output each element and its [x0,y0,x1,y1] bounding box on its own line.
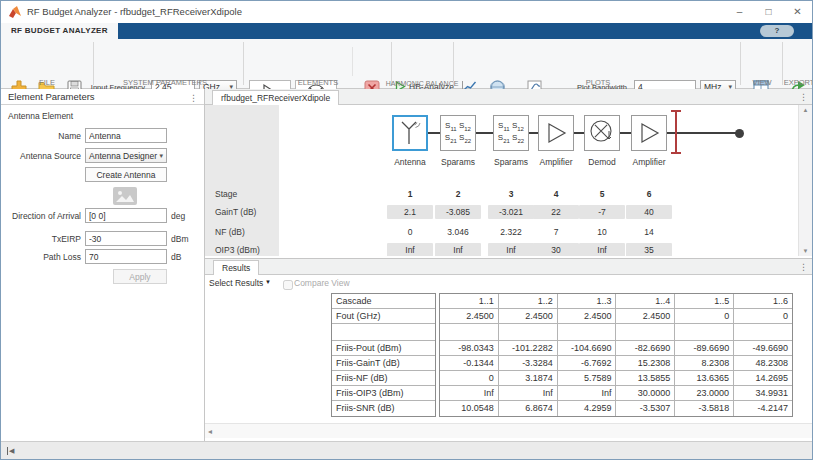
direction-of-arrival-field[interactable] [85,208,167,223]
stage-table-cell[interactable]: 6 [626,189,672,199]
results-cell[interactable] [616,324,675,340]
results-cell[interactable]: Inf [440,386,499,400]
results-cell[interactable]: -0.1344 [440,356,499,370]
stage-table-cell[interactable]: 2 [435,189,481,199]
stage-table-cell[interactable]: 1 [387,189,433,199]
diagram-vertical-scrollbar[interactable]: ▲ ▼ [798,105,812,256]
stage-table-cell[interactable]: -3.085 [435,205,481,219]
results-cell[interactable]: 30.0000 [616,386,675,400]
stage-table-cell[interactable]: 0 [387,227,433,237]
results-cell[interactable]: 0 [440,371,499,385]
stage-table-cell[interactable]: 3 [488,189,534,199]
results-cell[interactable]: 0 [675,309,734,323]
results-cell[interactable]: 13.5855 [616,371,675,385]
scroll-down-icon[interactable]: ▼ [799,248,812,254]
stage-table-cell[interactable]: Inf [387,243,433,256]
results-cell[interactable]: -101.2282 [499,341,558,355]
results-header-cell[interactable]: 1..5 [675,294,734,308]
stage-table-cell[interactable]: Inf [435,243,481,256]
ribbon-tab-rf-budget-analyzer[interactable]: RF BUDGET ANALYZER [1,23,118,39]
stage-table-cell[interactable]: -3.021 [488,205,534,219]
stage-table-cell[interactable]: 4 [533,189,579,199]
stage-table-cell[interactable]: 35 [626,243,672,256]
panel-menu-icon[interactable]: ⋮ [799,262,808,272]
name-field[interactable] [85,128,167,143]
results-cell[interactable]: 2.4500 [440,309,499,323]
results-cell[interactable]: Inf [558,386,617,400]
stage-table-cell[interactable]: Inf [488,243,534,256]
results-cell[interactable]: 5.7589 [558,371,617,385]
select-results-arrow-icon[interactable]: ▼ [265,279,271,285]
results-cell[interactable]: -104.6690 [558,341,617,355]
results-cell[interactable]: 2.4500 [616,309,675,323]
results-cell[interactable]: 2.4500 [558,309,617,323]
results-header-cell[interactable]: 1..6 [734,294,792,308]
panel-menu-icon[interactable]: ⋮ [189,91,198,106]
results-cell[interactable]: -3.3284 [499,356,558,370]
close-icon[interactable]: ✕ [783,1,812,23]
results-cell[interactable]: 34.9931 [734,386,792,400]
create-antenna-button[interactable]: Create Antenna [85,167,167,182]
results-cell[interactable] [675,324,734,340]
results-cell[interactable] [499,324,558,340]
results-header-cell[interactable]: 1..4 [616,294,675,308]
diagram-element-amplifier[interactable] [538,115,574,151]
results-cell[interactable]: 14.2695 [734,371,792,385]
results-cell[interactable]: 10.0548 [440,401,499,416]
results-cell[interactable]: 23.0000 [675,386,734,400]
help-icon[interactable]: ? [760,25,794,37]
results-cell[interactable]: -6.7692 [558,356,617,370]
stage-table-cell[interactable]: 2.322 [488,227,534,237]
stage-table-cell[interactable]: -7 [579,205,625,219]
stage-table-cell[interactable]: 30 [533,243,579,256]
results-cell[interactable]: Inf [499,386,558,400]
results-cell[interactable]: -49.6690 [734,341,792,355]
results-cell[interactable] [558,324,617,340]
stage-table-cell[interactable]: 2.1 [387,205,433,219]
results-header-cell[interactable]: 1..2 [499,294,558,308]
maximize-icon[interactable]: □ [754,1,783,23]
stage-table-cell[interactable]: 22 [533,205,579,219]
diagram-element-demod[interactable] [584,115,620,151]
stage-table-cell[interactable]: Inf [579,243,625,256]
stage-table-cell[interactable]: 40 [626,205,672,219]
minimize-icon[interactable]: – [725,1,754,23]
select-results-button[interactable]: Select Results [209,278,263,288]
tab-rfbudget-document[interactable]: rfbudget_RFReceiverXdipole [212,90,339,105]
tab-results[interactable]: Results [213,260,259,275]
diagram-element-sparams[interactable]: S11 S12S21 S22 [493,115,529,151]
collapse-left-icon[interactable]: ◀ [7,447,14,455]
results-header-cell[interactable]: 1..1 [440,294,499,308]
diagram-element-antenna[interactable] [392,115,428,151]
results-cell[interactable]: 2.4500 [499,309,558,323]
results-cell[interactable]: 3.1874 [499,371,558,385]
path-loss-field[interactable] [85,249,167,264]
results-cell[interactable]: -4.2147 [734,401,792,416]
compare-view-checkbox[interactable] [283,280,293,290]
stage-table-cell[interactable]: 3.046 [435,227,481,237]
results-cell[interactable]: 13.6365 [675,371,734,385]
results-cell[interactable] [440,324,499,340]
results-cell[interactable]: -3.5307 [616,401,675,416]
results-cell[interactable]: -3.5818 [675,401,734,416]
results-cell[interactable]: 4.2959 [558,401,617,416]
results-cell[interactable]: 6.8674 [499,401,558,416]
antenna-source-select[interactable]: Antenna Designer ▾ [85,148,167,163]
results-horizontal-scrollbar[interactable]: ◂ [205,423,813,438]
results-cell[interactable]: 0 [734,309,792,323]
results-cell[interactable]: 8.2308 [675,356,734,370]
stage-table-cell[interactable]: 7 [533,227,579,237]
stage-table-cell[interactable]: 5 [579,189,625,199]
scroll-up-icon[interactable]: ▲ [799,107,812,113]
diagram-element-amplifier[interactable] [631,115,667,151]
stage-table-cell[interactable]: 10 [579,227,625,237]
scroll-left-icon[interactable]: ◂ [208,427,212,436]
stage-table-cell[interactable]: 14 [626,227,672,237]
results-cell[interactable]: -82.6690 [616,341,675,355]
results-cell[interactable] [734,324,792,340]
panel-menu-icon[interactable]: ⋮ [799,92,808,102]
results-cell[interactable]: -89.6690 [675,341,734,355]
apply-button[interactable]: Apply [113,269,167,284]
results-cell[interactable]: 48.2308 [734,356,792,370]
results-cell[interactable]: 15.2308 [616,356,675,370]
